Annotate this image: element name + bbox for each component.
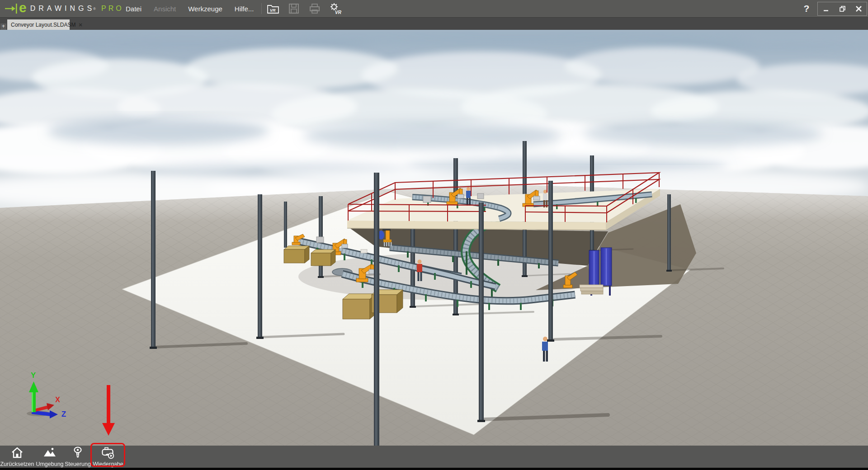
playback-label: Wiedergabe: [93, 461, 123, 467]
tab-conveyor-layout[interactable]: Conveyor Layout.SLDASM ✕: [7, 19, 70, 30]
vr-folder-icon: VR: [267, 3, 279, 14]
svg-text:Y: Y: [31, 371, 36, 380]
menu-bar: Datei Ansicht Werkzeuge Hilfe...: [126, 0, 254, 17]
minimize-icon: [823, 6, 829, 12]
edrawings-window: e DRAWINGS ® PRO Datei Ansicht Werkzeuge…: [0, 0, 868, 470]
open-vr-file-button[interactable]: VR: [267, 2, 279, 15]
title-bar: e DRAWINGS ® PRO Datei Ansicht Werkzeuge…: [0, 0, 868, 17]
home-icon: [11, 446, 24, 459]
new-tab-button[interactable]: +: [0, 24, 6, 30]
svg-text:X: X: [55, 396, 60, 404]
reset-view-label: Zurücksetzen: [0, 461, 34, 467]
help-button[interactable]: ?: [799, 0, 814, 17]
controls-label: Steuerung: [65, 461, 91, 467]
close-icon: [856, 6, 862, 12]
vr-settings-button[interactable]: VR: [329, 2, 342, 15]
svg-text:VR: VR: [270, 8, 276, 13]
toolbar-separator: [261, 3, 262, 14]
brand-registered: ®: [93, 7, 96, 11]
menu-ansicht: Ansicht: [154, 5, 176, 13]
close-button[interactable]: [850, 2, 867, 15]
brand-e: e: [19, 1, 27, 14]
vr-gear-icon: VR: [329, 2, 342, 15]
svg-text:Z: Z: [61, 410, 66, 418]
tab-bar: + Conveyor Layout.SLDASM ✕: [0, 17, 868, 30]
scene-conveyor-layout: [0, 30, 868, 446]
restore-icon: [840, 6, 845, 12]
menu-hilfe[interactable]: Hilfe...: [235, 5, 254, 13]
svg-text:VR: VR: [335, 10, 342, 15]
tab-close-icon[interactable]: ✕: [78, 22, 82, 28]
pallet-stack: [580, 285, 603, 294]
title-toolbar: VR: [267, 0, 342, 17]
window-bottom-edge: [0, 468, 868, 470]
window-controls: [817, 2, 867, 16]
axis-x: X: [33, 396, 60, 412]
viewport-3d[interactable]: Z X Y: [0, 30, 868, 446]
menu-datei[interactable]: Datei: [126, 5, 142, 13]
playback-button[interactable]: Wiedergabe: [91, 446, 125, 467]
orientation-triad: Z X Y: [18, 371, 72, 420]
environment-label: Umgebung: [36, 461, 63, 467]
edrawings-arrow-icon: [5, 4, 18, 14]
minimize-button[interactable]: [818, 2, 834, 15]
print-icon: [309, 3, 320, 14]
tab-label: Conveyor Layout.SLDASM: [11, 22, 75, 28]
menu-werkzeuge[interactable]: Werkzeuge: [188, 5, 222, 13]
reset-view-button[interactable]: Zurücksetzen: [0, 446, 34, 467]
save-button[interactable]: [288, 2, 300, 15]
print-button[interactable]: [308, 2, 321, 15]
restore-button[interactable]: [834, 2, 850, 15]
controls-button[interactable]: Steuerung: [65, 446, 90, 467]
vr-playback-icon: [101, 446, 115, 459]
environment-icon: [43, 446, 57, 459]
save-icon: [288, 3, 299, 14]
edrawings-logo: e DRAWINGS ® PRO: [5, 0, 124, 17]
view-toolbar: Zurücksetzen Umgebung Steuerung: [0, 446, 868, 468]
axis-y: Y: [29, 371, 38, 412]
vr-controller-icon: [72, 446, 84, 459]
brand-name: DRAWINGS: [30, 5, 95, 13]
environment-button[interactable]: Umgebung: [35, 446, 64, 467]
brand-edition: PRO: [101, 5, 124, 13]
